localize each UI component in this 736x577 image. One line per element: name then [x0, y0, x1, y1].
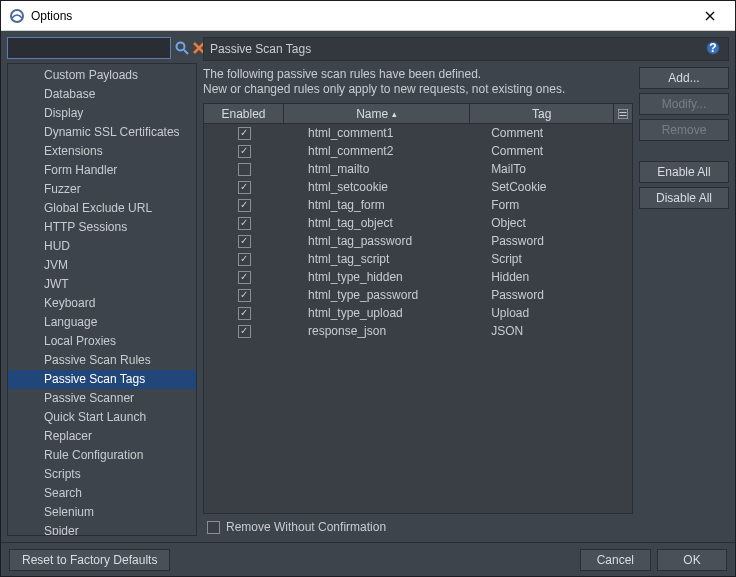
- rules-table: Enabled Name Tag html_comment1Commenthtm…: [203, 103, 633, 514]
- close-button[interactable]: [690, 2, 730, 30]
- cell-tag: Upload: [491, 306, 632, 320]
- enabled-checkbox[interactable]: [238, 325, 251, 338]
- sidebar-item[interactable]: Passive Scan Tags: [8, 370, 196, 389]
- sidebar-item[interactable]: Replacer: [8, 427, 196, 446]
- cell-name: html_tag_password: [284, 234, 491, 248]
- window-title: Options: [31, 9, 690, 23]
- cell-name: html_mailto: [284, 162, 491, 176]
- panel-title: Passive Scan Tags: [210, 42, 706, 56]
- cell-name: html_comment1: [284, 126, 491, 140]
- cell-name: html_tag_object: [284, 216, 491, 230]
- sidebar-item[interactable]: HTTP Sessions: [8, 218, 196, 237]
- svg-rect-5: [618, 109, 628, 119]
- panel-note: The following passive scan rules have be…: [203, 67, 633, 97]
- table-row[interactable]: html_tag_objectObject: [204, 214, 632, 232]
- svg-rect-6: [620, 112, 627, 113]
- sidebar-item[interactable]: Language: [8, 313, 196, 332]
- help-icon[interactable]: ?: [706, 41, 722, 57]
- cell-tag: Comment: [491, 126, 632, 140]
- column-enabled[interactable]: Enabled: [204, 104, 284, 123]
- sidebar-item[interactable]: Passive Scan Rules: [8, 351, 196, 370]
- svg-point-0: [11, 10, 23, 22]
- enabled-checkbox[interactable]: [238, 307, 251, 320]
- table-row[interactable]: html_comment2Comment: [204, 142, 632, 160]
- enabled-checkbox[interactable]: [238, 271, 251, 284]
- sidebar-item[interactable]: Keyboard: [8, 294, 196, 313]
- sidebar-item[interactable]: Dynamic SSL Certificates: [8, 123, 196, 142]
- table-row[interactable]: html_comment1Comment: [204, 124, 632, 142]
- modify-button[interactable]: Modify...: [639, 93, 729, 115]
- sidebar-item[interactable]: Passive Scanner: [8, 389, 196, 408]
- enabled-checkbox[interactable]: [238, 145, 251, 158]
- sidebar-item[interactable]: Custom Payloads: [8, 66, 196, 85]
- sidebar-item[interactable]: Scripts: [8, 465, 196, 484]
- sidebar-item[interactable]: Selenium: [8, 503, 196, 522]
- sidebar-item[interactable]: Quick Start Launch: [8, 408, 196, 427]
- enabled-checkbox[interactable]: [238, 127, 251, 140]
- table-row[interactable]: html_type_uploadUpload: [204, 304, 632, 322]
- svg-line-2: [184, 50, 188, 54]
- remove-button[interactable]: Remove: [639, 119, 729, 141]
- enabled-checkbox[interactable]: [238, 235, 251, 248]
- cell-name: html_tag_form: [284, 198, 491, 212]
- enabled-checkbox[interactable]: [238, 289, 251, 302]
- table-row[interactable]: response_jsonJSON: [204, 322, 632, 340]
- table-row[interactable]: html_type_passwordPassword: [204, 286, 632, 304]
- sidebar-item[interactable]: Local Proxies: [8, 332, 196, 351]
- app-icon: [9, 8, 25, 24]
- cell-name: html_tag_script: [284, 252, 491, 266]
- options-nav[interactable]: Custom PayloadsDatabaseDisplayDynamic SS…: [7, 63, 197, 536]
- panel-header: Passive Scan Tags ?: [203, 37, 729, 61]
- table-row[interactable]: html_mailtoMailTo: [204, 160, 632, 178]
- reset-button[interactable]: Reset to Factory Defaults: [9, 549, 170, 571]
- sidebar-item[interactable]: JWT: [8, 275, 196, 294]
- enabled-checkbox[interactable]: [238, 199, 251, 212]
- ok-button[interactable]: OK: [657, 549, 727, 571]
- svg-rect-7: [620, 115, 627, 116]
- svg-point-1: [177, 43, 185, 51]
- enabled-checkbox[interactable]: [238, 217, 251, 230]
- disable-all-button[interactable]: Disable All: [639, 187, 729, 209]
- sidebar-item[interactable]: Spider: [8, 522, 196, 536]
- cell-tag: Hidden: [491, 270, 632, 284]
- cell-tag: Password: [491, 288, 632, 302]
- enable-all-button[interactable]: Enable All: [639, 161, 729, 183]
- cancel-button[interactable]: Cancel: [580, 549, 651, 571]
- cell-tag: JSON: [491, 324, 632, 338]
- cell-name: html_comment2: [284, 144, 491, 158]
- table-row[interactable]: html_type_hiddenHidden: [204, 268, 632, 286]
- cell-name: html_type_upload: [284, 306, 491, 320]
- table-row[interactable]: html_setcookieSetCookie: [204, 178, 632, 196]
- cell-tag: Form: [491, 198, 632, 212]
- sidebar-item[interactable]: JVM: [8, 256, 196, 275]
- cell-tag: MailTo: [491, 162, 632, 176]
- svg-text:?: ?: [709, 41, 716, 55]
- column-name[interactable]: Name: [284, 104, 470, 123]
- sidebar-item[interactable]: Search: [8, 484, 196, 503]
- add-button[interactable]: Add...: [639, 67, 729, 89]
- cell-tag: Password: [491, 234, 632, 248]
- sidebar-item[interactable]: Fuzzer: [8, 180, 196, 199]
- search-icon[interactable]: [175, 40, 189, 56]
- cell-tag: Script: [491, 252, 632, 266]
- remove-without-confirmation-label: Remove Without Confirmation: [226, 520, 386, 534]
- enabled-checkbox[interactable]: [238, 181, 251, 194]
- sidebar-item[interactable]: Form Handler: [8, 161, 196, 180]
- table-row[interactable]: html_tag_passwordPassword: [204, 232, 632, 250]
- remove-without-confirmation-checkbox[interactable]: [207, 521, 220, 534]
- table-row[interactable]: html_tag_scriptScript: [204, 250, 632, 268]
- column-config-icon[interactable]: [614, 104, 632, 123]
- sidebar-item[interactable]: Global Exclude URL: [8, 199, 196, 218]
- column-tag[interactable]: Tag: [470, 104, 614, 123]
- table-row[interactable]: html_tag_formForm: [204, 196, 632, 214]
- sidebar-item[interactable]: Database: [8, 85, 196, 104]
- search-input[interactable]: [7, 37, 171, 59]
- enabled-checkbox[interactable]: [238, 253, 251, 266]
- sidebar-item[interactable]: Rule Configuration: [8, 446, 196, 465]
- sidebar-item[interactable]: HUD: [8, 237, 196, 256]
- sidebar-item[interactable]: Display: [8, 104, 196, 123]
- sidebar-item[interactable]: Extensions: [8, 142, 196, 161]
- cell-tag: Object: [491, 216, 632, 230]
- cell-tag: Comment: [491, 144, 632, 158]
- enabled-checkbox[interactable]: [238, 163, 251, 176]
